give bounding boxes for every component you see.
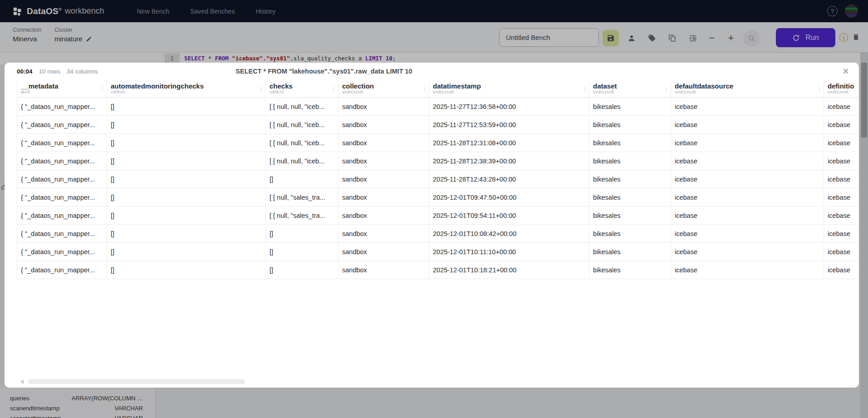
table-cell: []	[107, 116, 266, 134]
table-cell: [ [ null, "sales_tra...	[266, 207, 338, 225]
column-menu-icon[interactable]: ⋮	[331, 85, 337, 92]
horizontal-scrollbar[interactable]	[17, 379, 253, 384]
table-cell: 2025-11-28T12:31:08+00:00	[429, 134, 589, 152]
table-cell: []	[107, 261, 266, 279]
column-name: automatedmonitoringchecks	[111, 82, 257, 90]
table-cell: icebase	[824, 207, 859, 225]
query-title: SELECT * FROM "lakehouse"."sys01".raw_da…	[235, 63, 412, 80]
table-cell: 2025-12-01T09:54:11+00:00	[429, 207, 589, 225]
table-cell: { "_dataos_run_mapper...	[17, 152, 107, 170]
table-row: { "_dataos_run_mapper...[][]sandbox2025-…	[17, 261, 859, 279]
column-menu-icon[interactable]: ⋮	[582, 85, 588, 92]
table-cell: 2025-11-28T12:43:28+00:00	[429, 170, 589, 188]
table-cell: bikesales	[589, 134, 671, 152]
table-cell: { "_dataos_run_mapper...	[17, 134, 107, 152]
results-table: __metadataMAP⋮automatedmonitoringchecksA…	[17, 80, 859, 279]
table-cell: [ [ null, null, "iceb...	[266, 134, 338, 152]
column-name: checks	[270, 82, 330, 90]
table-cell: 2025-11-28T12:38:39+00:00	[429, 152, 589, 170]
table-cell: []	[107, 225, 266, 243]
column-header-defaultdatasource[interactable]: defaultdatasourceVARCHAR⋮	[671, 80, 824, 98]
table-cell: icebase	[671, 116, 824, 134]
scroll-left-arrow-icon[interactable]	[20, 379, 24, 384]
table-cell: icebase	[824, 116, 859, 134]
column-type: VARCHAR	[828, 90, 859, 94]
table-cell: 2025-12-01T10:18:21+00:00	[429, 261, 589, 279]
table-cell: []	[266, 170, 338, 188]
table-cell: sandbox	[338, 188, 429, 207]
table-cell: bikesales	[589, 225, 671, 243]
column-header-collection[interactable]: collectionVARCHAR⋮	[338, 80, 429, 98]
column-name: datatimestamp	[433, 82, 581, 90]
table-row: { "_dataos_run_mapper...[][ [ null, null…	[17, 98, 859, 116]
table-row: { "_dataos_run_mapper...[][]sandbox2025-…	[17, 243, 859, 261]
column-menu-icon[interactable]: ⋮	[422, 85, 427, 92]
table-cell: { "_dataos_run_mapper...	[17, 98, 107, 116]
column-header-checks[interactable]: checksARRAY⋮	[266, 80, 338, 98]
table-cell: 2025-12-01T10:11:10+00:00	[429, 243, 589, 261]
table-cell: []	[266, 225, 338, 243]
column-menu-icon[interactable]: ⋮	[99, 85, 105, 92]
results-header: 00:04 10 rows 34 columns SELECT * FROM "…	[5, 63, 859, 80]
table-cell: { "_dataos_run_mapper...	[17, 188, 107, 207]
column-header-definitio[interactable]: definitioVARCHAR⋮	[824, 80, 859, 98]
close-icon[interactable]: ×	[843, 64, 849, 79]
table-cell: bikesales	[589, 98, 671, 116]
table-row: { "_dataos_run_mapper...[][ [ null, null…	[17, 152, 859, 170]
table-cell: icebase	[671, 207, 824, 225]
column-name: __metadata	[21, 82, 98, 90]
column-count: 34 columns	[67, 68, 98, 75]
column-menu-icon[interactable]: ⋮	[258, 85, 264, 92]
table-cell: [ [ null, null, "iceb...	[266, 152, 338, 170]
table-cell: bikesales	[589, 152, 671, 170]
table-cell: { "_dataos_run_mapper...	[17, 170, 107, 188]
table-cell: icebase	[671, 134, 824, 152]
table-header-row: __metadataMAP⋮automatedmonitoringchecksA…	[17, 80, 859, 98]
table-cell: sandbox	[338, 134, 429, 152]
table-cell: icebase	[824, 134, 859, 152]
column-type: ARRAY	[270, 90, 330, 94]
column-header-automatedmonitoringchecks[interactable]: automatedmonitoringchecksARRAY⋮	[107, 80, 266, 98]
table-cell: icebase	[671, 261, 824, 279]
table-cell: icebase	[824, 261, 859, 279]
table-cell: icebase	[824, 188, 859, 207]
table-cell: bikesales	[589, 243, 671, 261]
table-cell: sandbox	[338, 261, 429, 279]
column-type: MAP	[21, 90, 98, 94]
column-type: VARCHAR	[342, 90, 421, 94]
table-cell: { "_dataos_run_mapper...	[17, 116, 107, 134]
table-cell: { "_dataos_run_mapper...	[17, 225, 107, 243]
column-menu-icon[interactable]: ⋮	[816, 85, 822, 92]
table-cell: { "_dataos_run_mapper...	[17, 243, 107, 261]
table-cell: []	[107, 98, 266, 116]
column-type: ARRAY	[111, 90, 257, 94]
table-cell: 2025-11-27T12:53:59+00:00	[429, 116, 589, 134]
column-header-__metadata[interactable]: __metadataMAP⋮	[17, 80, 107, 98]
table-cell: 2025-12-01T09:47:50+00:00	[429, 188, 589, 207]
table-cell: 2025-11-27T12:36:58+00:00	[429, 98, 589, 116]
table-cell: bikesales	[589, 188, 671, 207]
query-results-modal: 00:04 10 rows 34 columns SELECT * FROM "…	[5, 63, 859, 388]
table-cell: sandbox	[338, 116, 429, 134]
column-header-dataset[interactable]: datasetVARCHAR⋮	[589, 80, 671, 98]
table-cell: []	[107, 188, 266, 207]
table-cell: 2025-12-01T10:08:42+00:00	[429, 225, 589, 243]
table-cell: []	[266, 243, 338, 261]
table-cell: icebase	[671, 225, 824, 243]
table-row: { "_dataos_run_mapper...[][ [ null, "sal…	[17, 188, 859, 207]
column-name: definitio	[828, 82, 859, 90]
table-cell: icebase	[671, 98, 824, 116]
column-menu-icon[interactable]: ⋮	[663, 85, 669, 92]
table-cell: icebase	[671, 188, 824, 207]
table-cell: icebase	[671, 152, 824, 170]
table-cell: icebase	[824, 98, 859, 116]
table-cell: sandbox	[338, 225, 429, 243]
table-cell: icebase	[824, 225, 859, 243]
column-header-datatimestamp[interactable]: datatimestampVARCHAR⋮	[429, 80, 589, 98]
horizontal-scrollbar-thumb[interactable]	[28, 379, 245, 384]
table-cell: bikesales	[589, 116, 671, 134]
table-cell: []	[266, 261, 338, 279]
table-cell: sandbox	[338, 170, 429, 188]
table-cell: []	[107, 207, 266, 225]
table-cell: sandbox	[338, 207, 429, 225]
